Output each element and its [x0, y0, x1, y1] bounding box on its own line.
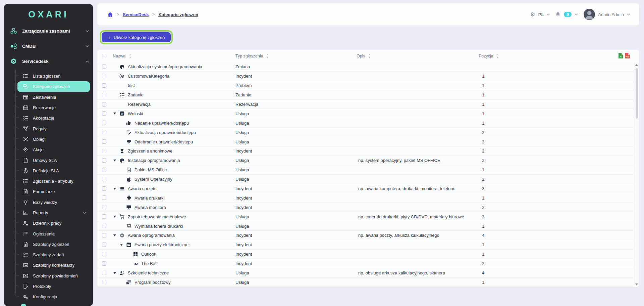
- expand-caret-icon[interactable]: [113, 113, 116, 115]
- sidebar-item-szablony-zadan[interactable]: Szablony zadań: [17, 250, 90, 260]
- table-row[interactable]: test Problem 1: [97, 81, 634, 90]
- expand-caret-icon[interactable]: [113, 188, 116, 190]
- breadcrumb-servicedesk[interactable]: ServiceDesk: [123, 12, 149, 17]
- table-row[interactable]: CustomowaKategoria Incydent 1: [97, 72, 634, 81]
- sidebar-item-dziennik-pracy[interactable]: Dziennik pracy: [17, 218, 90, 228]
- table-row[interactable]: The Bat! Incydent 2: [97, 259, 634, 268]
- column-menu-icon[interactable]: ⋮: [368, 53, 372, 58]
- scroll-up-arrow-icon[interactable]: [635, 64, 638, 66]
- home-icon[interactable]: [107, 12, 113, 17]
- table-row[interactable]: Aktualizacja systemu/oprogramowania Zmia…: [97, 62, 634, 72]
- notifications-bell-icon[interactable]: [555, 12, 561, 17]
- table-row[interactable]: Instalacja oprogramowania Usługa np. sys…: [97, 156, 634, 165]
- table-row[interactable]: Nadanie uprawnień/dostępu Usługa 1: [97, 118, 634, 128]
- table-row[interactable]: Zadanie Zadanie 1: [97, 90, 634, 100]
- sidebar-item-konfiguracja[interactable]: ⚙⚙Konfiguracja: [17, 292, 90, 302]
- chevron-down-icon[interactable]: [627, 13, 630, 16]
- column-menu-icon[interactable]: ⋮: [266, 53, 270, 58]
- sidebar-item-zestawienia[interactable]: Zestawienia: [17, 92, 90, 102]
- row-checkbox[interactable]: [102, 195, 106, 200]
- table-row[interactable]: Zgłoszenie anonimowe Incydent 2: [97, 146, 634, 156]
- expand-caret-icon[interactable]: [113, 234, 116, 236]
- row-checkbox[interactable]: [102, 271, 106, 275]
- row-checkbox[interactable]: [102, 233, 106, 237]
- row-checkbox[interactable]: [102, 130, 106, 134]
- sidebar-item-protokoly[interactable]: Protokoły: [17, 281, 90, 292]
- chevron-down-icon[interactable]: [83, 212, 87, 214]
- table-row[interactable]: Zapotrzebowanie materiałowe Usługa np. t…: [97, 212, 634, 221]
- table-row[interactable]: Awaria monitora Incydent 2: [97, 203, 634, 212]
- table-row[interactable]: Program pocztowy Usługa 1: [97, 277, 634, 287]
- expand-caret-icon[interactable]: [113, 160, 116, 162]
- table-row[interactable]: Wymiana tonera drukarki Usługa 1: [97, 221, 634, 231]
- settings-gear-icon[interactable]: ⚙: [530, 12, 535, 17]
- chevron-up-icon[interactable]: [86, 60, 89, 63]
- column-menu-icon[interactable]: ⋮: [128, 53, 132, 58]
- create-category-button[interactable]: + Utwórz kategorię zgłoszeń: [102, 32, 171, 42]
- row-checkbox[interactable]: [102, 74, 106, 78]
- sidebar-item-szablony-powiadomien[interactable]: Szablony powiadomień: [17, 271, 90, 281]
- row-checkbox[interactable]: [102, 252, 106, 256]
- table-row[interactable]: Rezerwacja Rezerwacja 1: [97, 100, 634, 109]
- row-checkbox[interactable]: [102, 121, 106, 125]
- sidebar-item-obiegi[interactable]: Obiegi: [17, 134, 90, 144]
- language-selector[interactable]: PL: [538, 12, 544, 17]
- sidebar-item-kategorie-zgloszen[interactable]: Kategorie zgłoszeń: [17, 81, 90, 92]
- table-row[interactable]: Outlook Incydent 1: [97, 250, 634, 259]
- table-row[interactable]: Szkolenie techniczne Usługa np. obsługa …: [97, 268, 634, 278]
- sidebar-item-ogloszenia[interactable]: Ogłoszenia: [17, 228, 90, 239]
- row-checkbox[interactable]: [102, 280, 106, 284]
- expand-caret-icon[interactable]: [113, 216, 116, 218]
- expand-caret-icon[interactable]: [113, 272, 116, 274]
- chevron-down-icon[interactable]: [86, 30, 89, 33]
- scrollbar-thumb[interactable]: [636, 68, 638, 119]
- table-row[interactable]: System Operacyjny Usługa 2: [97, 175, 634, 184]
- row-checkbox[interactable]: [102, 111, 106, 116]
- sidebar-item-raporty[interactable]: Raporty: [17, 208, 90, 218]
- sidebar-item-akcje[interactable]: Akcje: [17, 144, 90, 155]
- column-menu-icon[interactable]: ⋮: [496, 53, 500, 58]
- sidebar-item-zgloszenie-atrybuty[interactable]: Zgłoszenie - atrybuty: [17, 176, 90, 186]
- table-row[interactable]: Awaria oprogramowania Incydent np. awari…: [97, 231, 634, 240]
- breadcrumb-current-page[interactable]: Kategorie zgłoszeń: [158, 12, 198, 17]
- row-checkbox[interactable]: [102, 168, 106, 172]
- chevron-down-icon[interactable]: [575, 13, 578, 16]
- sidebar-item-definicje-sla[interactable]: Definicje SLA: [17, 166, 90, 176]
- chevron-down-icon[interactable]: [547, 13, 550, 16]
- sidebar-item-bazy-wiedzy[interactable]: Bazy wiedzy: [17, 197, 90, 208]
- row-checkbox[interactable]: [102, 224, 106, 228]
- table-row[interactable]: W Pakiet MS Office Usługa 1: [97, 165, 634, 175]
- row-checkbox[interactable]: [102, 186, 106, 191]
- sidebar-section-servicedesk[interactable]: Servicedesk: [4, 54, 93, 69]
- row-checkbox[interactable]: [102, 64, 106, 69]
- pdf-export-icon[interactable]: PDF: [625, 53, 630, 59]
- sidebar-section-zarzadzanie-zasobami[interactable]: Zarządzanie zasobami: [4, 24, 93, 39]
- table-row[interactable]: W Wnioski Usługa 1: [97, 109, 634, 118]
- row-checkbox[interactable]: [102, 102, 106, 106]
- notifications-count-badge[interactable]: 0: [564, 12, 572, 17]
- row-checkbox[interactable]: [102, 158, 106, 163]
- row-checkbox[interactable]: [102, 243, 106, 247]
- row-checkbox[interactable]: [102, 83, 106, 88]
- excel-export-icon[interactable]: X: [618, 53, 624, 59]
- sidebar-item-rezerwacje[interactable]: Rezerwacje: [17, 102, 90, 113]
- chevron-down-icon[interactable]: [86, 45, 89, 48]
- table-row[interactable]: Aktualizacja uprawnień/dostępu Usługa 2: [97, 128, 634, 137]
- sidebar-section-cmdb[interactable]: CMDB: [4, 39, 93, 54]
- scroll-down-arrow-icon[interactable]: [635, 283, 638, 286]
- table-row[interactable]: Awaria poczty elektronicznej Incydent 1: [97, 240, 634, 250]
- sidebar-item-formularze[interactable]: Formularze: [17, 186, 90, 197]
- sidebar-item-umowy-sla[interactable]: Umowy SLA: [17, 155, 90, 165]
- select-all-checkbox[interactable]: [102, 54, 106, 58]
- sidebar-item-akceptacje[interactable]: Akceptacje: [17, 113, 90, 123]
- sidebar-item-szablony-komentarzy[interactable]: Szablony komentarzy: [17, 260, 90, 270]
- row-checkbox[interactable]: [102, 214, 106, 219]
- table-row[interactable]: Awaria sprzętu Incydent np. awaria kompu…: [97, 184, 634, 193]
- row-checkbox[interactable]: [102, 139, 106, 144]
- row-checkbox[interactable]: [102, 93, 106, 97]
- table-scrollbar[interactable]: [634, 62, 639, 287]
- row-checkbox[interactable]: [102, 261, 106, 266]
- sidebar-item-lista-zgloszen[interactable]: Lista zgłoszeń: [17, 71, 90, 81]
- table-row[interactable]: Awaria drukarki Incydent 1: [97, 193, 634, 203]
- expand-caret-icon[interactable]: [120, 244, 123, 246]
